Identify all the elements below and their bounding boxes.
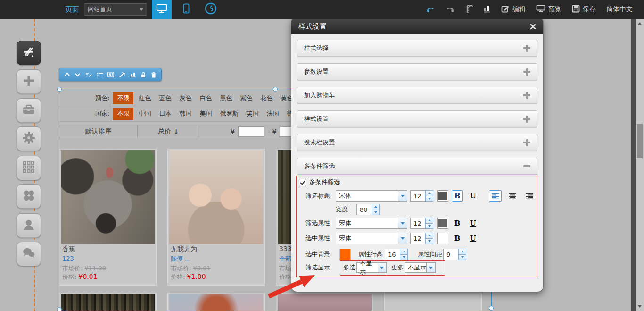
scroll-down-icon[interactable]: [638, 305, 642, 308]
align-center-button[interactable]: [506, 190, 519, 202]
sidebar-item-chat[interactable]: [17, 242, 41, 266]
line-height-stepper[interactable]: [385, 249, 408, 260]
spin-up-icon[interactable]: [372, 204, 380, 210]
spin-up-icon[interactable]: [458, 249, 466, 255]
chevron-down-icon[interactable]: [398, 218, 407, 228]
expand-icon[interactable]: [523, 45, 530, 52]
selection-handle[interactable]: [57, 307, 62, 311]
stats-icon[interactable]: [130, 72, 136, 77]
selection-handle[interactable]: [273, 87, 278, 92]
sidebar-item-settings[interactable]: [17, 126, 41, 151]
chevron-down-icon[interactable]: [378, 263, 386, 272]
expand-icon[interactable]: [523, 139, 530, 146]
filter-attr-color-swatch[interactable]: [437, 218, 448, 229]
selection-handle[interactable]: [489, 306, 494, 311]
section-add-to-cart[interactable]: 加入购物车: [297, 87, 537, 104]
collapse-icon[interactable]: [523, 163, 530, 170]
align-right-button[interactable]: [523, 190, 536, 202]
page-select[interactable]: 网站首页: [84, 3, 147, 16]
expand-icon[interactable]: [523, 92, 530, 99]
filter-attr-size-stepper[interactable]: [410, 218, 433, 229]
chevron-down-icon[interactable]: [398, 233, 407, 244]
stats-button[interactable]: [483, 5, 491, 14]
spin-up-icon[interactable]: [425, 233, 433, 239]
filter-title-color-swatch[interactable]: [437, 190, 448, 202]
selected-attr-font-select[interactable]: 宋体: [336, 233, 407, 244]
desktop-view-button[interactable]: [152, 0, 172, 19]
scrollbar-thumb[interactable]: [637, 124, 643, 158]
sidebar-item-design[interactable]: [17, 41, 41, 65]
spacing-stepper[interactable]: [443, 249, 466, 260]
spin-down-icon[interactable]: [458, 255, 466, 261]
spin-down-icon[interactable]: [425, 239, 433, 244]
redo-button[interactable]: [446, 5, 455, 14]
move-down-icon[interactable]: [74, 72, 81, 77]
sidebar-item-add[interactable]: [17, 69, 41, 94]
bold-button[interactable]: B: [452, 218, 463, 229]
expand-icon[interactable]: [523, 116, 530, 123]
font-size-input[interactable]: [410, 190, 425, 202]
section-multi-filter[interactable]: 多条件筛选: [297, 158, 537, 175]
language-switch[interactable]: 简体中文: [606, 5, 633, 14]
filter-title-font-select[interactable]: 宋体: [336, 190, 407, 202]
width-input[interactable]: [356, 204, 372, 215]
font-size-input[interactable]: [410, 218, 425, 229]
panel-header[interactable]: 样式设置: [291, 19, 543, 34]
lock-icon[interactable]: [140, 72, 146, 78]
undo-button[interactable]: [426, 5, 435, 14]
selected-attr-size-stepper[interactable]: [410, 233, 433, 244]
spin-down-icon[interactable]: [372, 210, 380, 216]
list-settings-icon[interactable]: [97, 72, 103, 77]
bold-button[interactable]: B: [452, 190, 463, 202]
edit-content-icon[interactable]: [85, 72, 92, 77]
sidebar-item-toolbox[interactable]: [17, 98, 41, 123]
section-param-settings[interactable]: 参数设置: [297, 63, 537, 80]
spacing-input[interactable]: [443, 249, 458, 260]
gear-icon: [22, 131, 35, 146]
multi-filter-enable-checkbox[interactable]: [299, 179, 306, 186]
sidebar-item-user[interactable]: [17, 213, 41, 238]
move-up-icon[interactable]: [64, 72, 70, 77]
selected-bg-color-swatch[interactable]: [339, 249, 351, 260]
chevron-down-icon[interactable]: [426, 263, 435, 272]
filter-title-size-stepper[interactable]: [410, 190, 433, 202]
font-size-input[interactable]: [410, 233, 425, 244]
sliders-icon[interactable]: [107, 72, 114, 77]
sidebar-item-modules[interactable]: [17, 184, 41, 209]
underline-button[interactable]: U: [467, 190, 479, 202]
ruler-button[interactable]: [465, 5, 473, 15]
filter-attr-font-select[interactable]: 宋体: [336, 218, 407, 229]
save-button[interactable]: 保存: [572, 5, 596, 14]
width-stepper[interactable]: [356, 204, 380, 215]
sidebar-item-grid[interactable]: [17, 156, 41, 180]
chevron-down-icon[interactable]: [398, 191, 407, 201]
section-style-settings[interactable]: 样式设置: [297, 110, 537, 127]
trash-icon[interactable]: [151, 72, 157, 78]
close-icon[interactable]: [529, 23, 536, 30]
spin-up-icon[interactable]: [425, 218, 433, 224]
underline-button[interactable]: U: [467, 218, 479, 229]
multi-select-dropdown[interactable]: 不显示: [356, 262, 387, 273]
section-style-choose[interactable]: 样式选择: [297, 40, 537, 57]
section-searchbar-settings[interactable]: 搜索栏设置: [297, 134, 537, 151]
spin-down-icon[interactable]: [400, 255, 408, 261]
spin-down-icon[interactable]: [425, 224, 433, 229]
edit-button[interactable]: 编辑: [501, 5, 526, 15]
selection-handle[interactable]: [57, 87, 62, 92]
spin-up-icon[interactable]: [400, 249, 408, 255]
bold-button[interactable]: B: [452, 233, 463, 244]
selected-attr-color-swatch[interactable]: [437, 233, 448, 244]
spin-down-icon[interactable]: [425, 196, 433, 202]
magic-wand-icon[interactable]: [119, 72, 125, 78]
more-dropdown[interactable]: 不显示: [405, 262, 436, 273]
vertical-scrollbar[interactable]: [636, 19, 644, 311]
underline-button[interactable]: U: [467, 233, 479, 244]
scroll-up-icon[interactable]: [638, 22, 642, 25]
line-height-input[interactable]: [385, 249, 400, 260]
preview-button[interactable]: 预览: [536, 5, 561, 14]
align-left-button[interactable]: [489, 190, 502, 202]
mobile-view-button[interactable]: [176, 0, 196, 19]
expand-icon[interactable]: [523, 68, 530, 76]
link-mode-button[interactable]: [201, 0, 221, 19]
spin-up-icon[interactable]: [425, 190, 433, 196]
